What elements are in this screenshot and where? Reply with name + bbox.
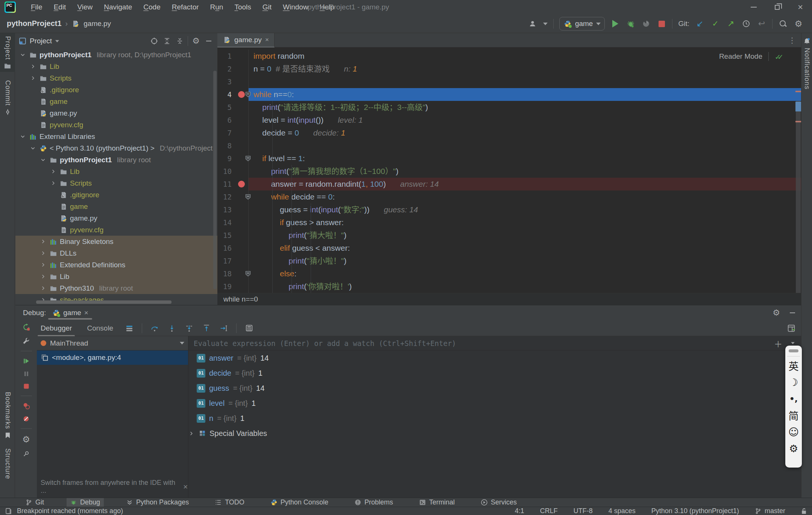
variable-row-guess[interactable]: 01guess= {int}14 (188, 381, 801, 396)
git-push-icon[interactable]: ↗ (726, 19, 736, 29)
minimize-button[interactable] (742, 0, 765, 14)
tree-item-python310[interactable]: Python310library root (15, 282, 217, 294)
ime-settings-gear-icon[interactable]: ⚙ (789, 440, 798, 457)
status-widget-utf-8[interactable]: UTF-8 (574, 507, 593, 515)
git-update-icon[interactable]: ↙ (695, 19, 705, 29)
editor-options-icon[interactable]: ⋮ (788, 36, 796, 45)
stripe-mark[interactable] (795, 121, 801, 122)
stack-frame-row[interactable]: <module>, game.py:4 (37, 350, 188, 365)
tool-button-commit[interactable]: Commit (0, 77, 15, 118)
code-line-9[interactable]: 9 if level == 1: (217, 152, 801, 165)
code-line-14[interactable]: 14 if guess > answer: (217, 216, 801, 229)
tree-item-scripts[interactable]: Scripts (15, 177, 217, 189)
panel-settings-gear-icon[interactable]: ⚙ (191, 36, 201, 46)
event-log-icon[interactable] (5, 508, 12, 514)
force-step-into-icon[interactable] (184, 323, 194, 333)
close-tab-icon[interactable]: × (265, 36, 269, 44)
chevron-right-icon[interactable] (39, 262, 47, 268)
status-message[interactable]: Breakpoint reached (moments ago) (17, 507, 123, 515)
fold-marker-icon[interactable] (245, 271, 251, 277)
stop-button[interactable] (657, 19, 666, 29)
status-widget-python-3-10-pythonproject1-[interactable]: Python 3.10 (pythonProject1) (651, 507, 739, 515)
hide-panel-icon[interactable] (204, 36, 214, 46)
tool-button-bookmarks[interactable]: Bookmarks (0, 389, 15, 442)
editor-breadcrumb[interactable]: while n==0 (217, 293, 801, 305)
resume-program-icon[interactable] (23, 358, 30, 364)
step-over-icon[interactable] (150, 323, 159, 333)
breadcrumb-file[interactable]: game.py (83, 20, 111, 28)
chevron-right-icon[interactable] (39, 274, 47, 279)
chevron-right-icon[interactable] (29, 64, 37, 69)
chevron-down-icon[interactable] (18, 134, 27, 139)
status-widget-4-spaces[interactable]: 4 spaces (609, 507, 636, 515)
toolbar-tab-python-packages[interactable]: Python Packages (123, 498, 193, 507)
edit-run-config-icon[interactable] (23, 337, 30, 344)
variable-row-answer[interactable]: 01answer= {int}14 (188, 350, 801, 366)
tool-button-notifications[interactable]: Notifications (801, 35, 812, 93)
menu-item-run[interactable]: Run (206, 2, 228, 13)
tree-item-pyvenv-cfg[interactable]: pyvenv.cfg (15, 224, 217, 236)
view-breakpoints-icon[interactable] (23, 402, 30, 409)
code-line-8[interactable]: 8 (217, 139, 801, 152)
tree-item-game[interactable]: game (15, 201, 217, 212)
code-line-10[interactable]: 10 print("猜一猜我想的数字（1~100）") (217, 165, 801, 178)
tree-item-dlls[interactable]: DLLs (15, 247, 217, 259)
tab-console[interactable]: Console (83, 322, 117, 335)
error-stripe[interactable] (795, 47, 801, 293)
chevron-right-icon[interactable] (49, 169, 57, 174)
expand-all-icon[interactable] (162, 36, 172, 46)
user-icon[interactable] (528, 19, 537, 29)
code-line-19[interactable]: 19 print('你猜对啦！') (217, 280, 801, 293)
code-line-18[interactable]: 18 else: (217, 267, 801, 280)
rollback-icon[interactable]: ↩ (757, 19, 766, 29)
tab-debugger[interactable]: Debugger (37, 322, 76, 335)
inspections-ok-icon[interactable]: ✓✓ (775, 53, 785, 60)
tree-item-game-py[interactable]: game.py (15, 212, 217, 224)
tree-item-lib[interactable]: Lib (15, 271, 217, 282)
ime-fullwidth-moon-icon[interactable]: ☽ (789, 374, 798, 390)
hide-debug-panel-icon[interactable] (790, 312, 795, 313)
code-line-13[interactable]: 13 guess = int(input("数字:"))guess: 14 (217, 203, 801, 216)
menu-item-edit[interactable]: Edit (49, 2, 71, 13)
status-widget-crlf[interactable]: CRLF (540, 507, 558, 515)
restore-layout-icon[interactable] (788, 325, 795, 332)
menu-item-git[interactable]: Git (258, 2, 276, 13)
tool-button-project[interactable]: Project (0, 33, 15, 72)
chevron-down-icon[interactable] (18, 52, 27, 58)
variable-row-n[interactable]: 01n= {int}1 (188, 411, 801, 426)
code-line-3[interactable]: 3 (217, 75, 801, 88)
tree-item--python-3-10-pythonproject1-[interactable]: < Python 3.10 (pythonProject1) >D:\pytho… (15, 142, 217, 154)
variable-row-decide[interactable]: 01decide= {int}1 (188, 366, 801, 381)
toolbar-tab-terminal[interactable]: Terminal (416, 498, 458, 507)
breakpoint-icon[interactable] (235, 181, 248, 187)
run-to-cursor-icon[interactable] (219, 323, 229, 333)
code-line-6[interactable]: 6 level = int(input())level: 1 (217, 114, 801, 126)
settings-gear-icon[interactable]: ⚙ (794, 19, 803, 29)
stop-debug-icon[interactable] (23, 383, 29, 389)
pin-tab-icon[interactable] (23, 451, 29, 457)
ime-simplified-toggle[interactable]: 简 (789, 407, 799, 424)
breadcrumb-project[interactable]: pythonProject1 (7, 19, 62, 28)
editor-scrollbar[interactable] (796, 101, 801, 293)
mute-breakpoints-icon[interactable] (23, 416, 29, 422)
status-widget-4-1[interactable]: 4:1 (515, 507, 524, 515)
evaluate-expression-icon[interactable] (244, 323, 254, 333)
tree-item-lib[interactable]: Lib (15, 61, 217, 72)
status-widget-master[interactable]: master (755, 507, 785, 515)
code-line-15[interactable]: 15 print("猜大啦！") (217, 229, 801, 242)
run-config-select[interactable]: game (559, 17, 605, 30)
toolbar-tab-python-console[interactable]: Python Console (267, 498, 332, 507)
toolbar-tab-problems[interactable]: Problems (351, 498, 397, 507)
collapse-all-icon[interactable] (175, 36, 185, 46)
code-area[interactable]: 1import random2n = 0 # 是否结束游戏n: 134while… (217, 47, 801, 293)
menu-item-refactor[interactable]: Refactor (167, 2, 203, 13)
reader-mode-toggle[interactable]: Reader Mode ✓✓ (719, 52, 785, 61)
toolbar-tab-git[interactable]: Git (22, 498, 48, 507)
tree-item-external-libraries[interactable]: External Libraries (15, 131, 217, 142)
evaluate-expression-field[interactable]: Evaluate expression (Enter) or add a wat… (188, 336, 801, 350)
user-dropdown-icon[interactable] (543, 23, 548, 25)
fold-marker-icon[interactable] (245, 155, 251, 162)
rerun-debug-icon[interactable] (23, 323, 30, 331)
history-icon[interactable] (741, 19, 751, 29)
close-session-icon[interactable]: × (84, 309, 88, 317)
